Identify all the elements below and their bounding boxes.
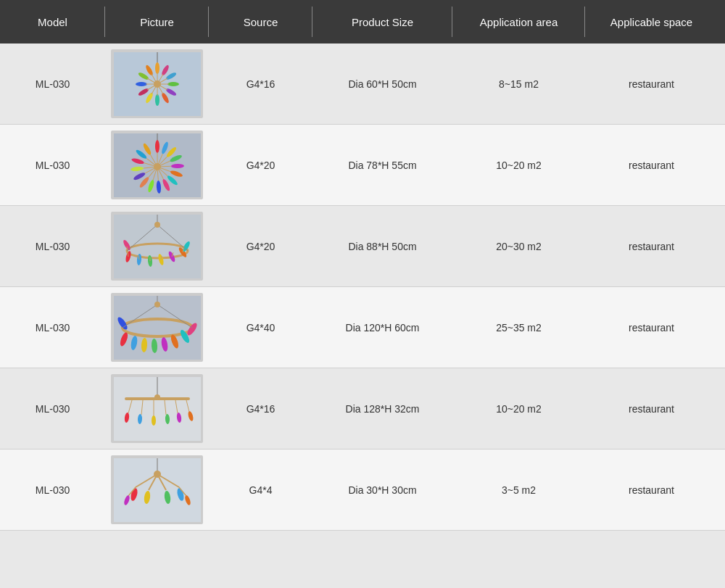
cell-area: 10~20 m2 [452, 369, 585, 449]
cell-source: G4*4 [209, 450, 312, 530]
cell-picture [105, 206, 209, 286]
table-row: ML-030 [0, 287, 725, 368]
cell-source: G4*16 [209, 44, 312, 124]
header-size: Product Size [312, 0, 452, 44]
cell-source: G4*20 [209, 125, 312, 205]
cell-area: 3~5 m2 [452, 450, 585, 530]
product-image [111, 131, 203, 199]
product-image [111, 455, 203, 524]
cell-size: Dia 78*H 55cm [312, 125, 452, 205]
cell-area: 8~15 m2 [452, 44, 585, 124]
cell-size: Dia 128*H 32cm [312, 369, 452, 449]
header-picture: Picture [105, 0, 209, 44]
cell-picture [105, 44, 209, 124]
cell-model: ML-030 [0, 44, 105, 124]
svg-point-26 [154, 80, 161, 88]
table-row: ML-030 [0, 44, 725, 125]
table-row: ML-030 [0, 206, 725, 287]
product-image [111, 49, 203, 118]
svg-point-61 [154, 163, 161, 170]
cell-model: ML-030 [0, 450, 105, 530]
cell-size: Dia 88*H 50cm [312, 207, 452, 286]
cell-size: Dia 120*H 60cm [312, 288, 452, 368]
table-header: Model Picture Source Product Size Applic… [0, 0, 725, 44]
svg-point-5 [167, 82, 179, 86]
product-image [111, 212, 203, 281]
product-image [111, 293, 203, 362]
cell-picture [105, 450, 209, 530]
cell-model: ML-030 [0, 125, 105, 205]
svg-point-8 [155, 94, 160, 106]
cell-model: ML-030 [0, 288, 105, 368]
cell-picture [105, 125, 209, 205]
cell-size: Dia 30*H 30cm [312, 450, 452, 530]
table-row: ML-030 [0, 450, 725, 531]
cell-model: ML-030 [0, 207, 105, 286]
cell-area: 25~35 m2 [452, 288, 585, 368]
header-model: Model [0, 0, 105, 44]
svg-point-11 [136, 82, 147, 86]
product-table: Model Picture Source Product Size Applic… [0, 0, 725, 531]
svg-point-96 [154, 302, 160, 307]
cell-size: Dia 60*H 50cm [312, 44, 452, 124]
header-space: Applicable space [585, 0, 718, 44]
cell-picture [105, 368, 209, 449]
cell-space: restaurant [585, 369, 718, 449]
svg-point-81 [154, 222, 160, 228]
cell-area: 20~30 m2 [452, 207, 585, 286]
table-row: ML-030 [0, 125, 725, 206]
cell-space: restaurant [585, 44, 718, 124]
svg-point-112 [154, 394, 160, 400]
cell-source: G4*20 [209, 207, 312, 286]
product-image [111, 374, 203, 443]
cell-source: G4*40 [209, 288, 312, 368]
cell-space: restaurant [585, 450, 718, 530]
header-source: Source [209, 0, 312, 44]
cell-model: ML-030 [0, 369, 105, 449]
cell-space: restaurant [585, 207, 718, 286]
cell-source: G4*16 [209, 369, 312, 449]
table-row: ML-030 [0, 368, 725, 450]
svg-point-2 [155, 62, 160, 74]
cell-area: 10~20 m2 [452, 125, 585, 205]
svg-point-105 [152, 415, 156, 426]
cell-picture [105, 287, 209, 368]
cell-space: restaurant [585, 288, 718, 368]
svg-point-29 [155, 140, 160, 153]
cell-space: restaurant [585, 125, 718, 205]
header-area: Application area [452, 0, 585, 44]
